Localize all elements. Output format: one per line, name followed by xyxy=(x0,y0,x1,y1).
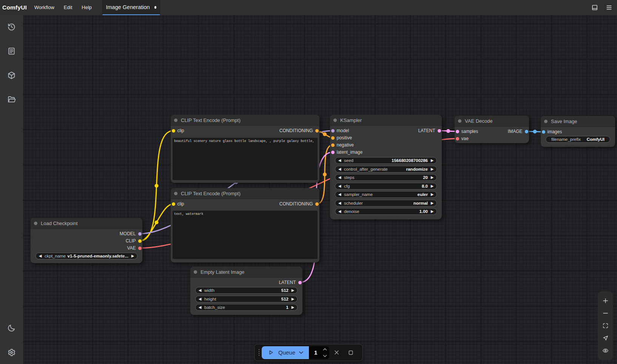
collapse-dot[interactable] xyxy=(174,192,177,195)
settings-gear-icon[interactable] xyxy=(0,343,23,361)
widget-right-arrow-icon[interactable]: ▶ xyxy=(428,191,437,198)
slot-dot[interactable] xyxy=(456,130,459,133)
workflows-folder-icon[interactable] xyxy=(0,90,23,108)
collapse-dot[interactable] xyxy=(194,270,197,274)
batch-steppers[interactable] xyxy=(323,348,327,358)
widget-denoise[interactable]: ◀denoise1.00▶ xyxy=(335,208,437,215)
node-library-icon[interactable] xyxy=(0,42,23,60)
node-header[interactable]: CLIP Text Encode (Prompt) xyxy=(171,115,319,126)
slot-dot[interactable] xyxy=(138,232,142,236)
node-empty-latent-image[interactable]: Empty Latent ImageLATENT◀width512▶◀heigh… xyxy=(190,267,302,315)
model-library-icon[interactable] xyxy=(0,66,23,84)
navigate-arrow-icon[interactable] xyxy=(602,335,609,341)
drag-handle-dots[interactable] xyxy=(256,349,262,356)
node-vae-decode[interactable]: VAE DecodesamplesvaeIMAGE xyxy=(455,116,529,143)
widget-right-arrow-icon[interactable]: ▶ xyxy=(428,174,437,181)
slot-dot[interactable] xyxy=(138,247,142,250)
slot-dot[interactable] xyxy=(438,129,441,133)
widget-right-arrow-icon[interactable]: ▶ xyxy=(428,183,437,190)
widget-width[interactable]: ◀width512▶ xyxy=(195,287,298,294)
slot-dot[interactable] xyxy=(315,129,319,133)
collapse-dot[interactable] xyxy=(333,119,337,122)
history-icon[interactable] xyxy=(0,18,23,36)
widget-left-arrow-icon[interactable]: ◀ xyxy=(196,304,204,311)
slot-dot[interactable] xyxy=(542,130,545,134)
collapse-dot[interactable] xyxy=(544,120,548,123)
widget-left-arrow-icon[interactable]: ◀ xyxy=(335,183,344,190)
widget-steps[interactable]: ◀steps20▶ xyxy=(335,174,437,181)
widget-right-arrow-icon[interactable]: ▶ xyxy=(128,253,137,259)
widget-left-arrow-icon[interactable]: ◀ xyxy=(335,208,344,215)
input-slot-clip[interactable]: clip xyxy=(172,128,184,133)
clear-x-icon[interactable] xyxy=(329,349,344,356)
widget-right-arrow-icon[interactable]: ▶ xyxy=(428,157,437,164)
output-slot-CONDITIONING[interactable]: CONDITIONING xyxy=(279,128,319,133)
node-header[interactable]: Save Image xyxy=(541,116,615,127)
widget-right-arrow-icon[interactable]: ▶ xyxy=(428,200,437,207)
slot-dot[interactable] xyxy=(331,129,335,133)
menu-help[interactable]: Help xyxy=(77,0,97,15)
node-header[interactable]: CLIP Text Encode (Prompt) xyxy=(171,188,319,199)
widget-left-arrow-icon[interactable]: ◀ xyxy=(36,253,45,259)
slot-dot[interactable] xyxy=(172,129,175,133)
output-slot-VAE[interactable]: VAE xyxy=(127,245,141,251)
output-slot-IMAGE[interactable]: IMAGE xyxy=(508,129,528,134)
widget-left-arrow-icon[interactable]: ◀ xyxy=(335,200,344,207)
widget-left-arrow-icon[interactable]: ◀ xyxy=(335,191,344,198)
zoom-in-icon[interactable] xyxy=(602,298,609,304)
slot-dot[interactable] xyxy=(525,130,528,133)
output-slot-CLIP[interactable]: CLIP xyxy=(126,238,142,244)
node-ksampler[interactable]: KSamplermodelpositivenegativelatent_imag… xyxy=(330,115,442,219)
widget-left-arrow-icon[interactable]: ◀ xyxy=(335,166,344,173)
input-slot-negative[interactable]: negative xyxy=(331,142,354,148)
widget-sampler_name[interactable]: ◀sampler_nameeuler▶ xyxy=(335,191,437,198)
menu-edit[interactable]: Edit xyxy=(59,0,77,15)
theme-moon-icon[interactable] xyxy=(0,319,23,337)
batch-count-input[interactable]: 1 xyxy=(309,346,329,359)
widget-height[interactable]: ◀height512▶ xyxy=(195,296,298,302)
workflow-tab[interactable]: Image Generation xyxy=(102,0,160,15)
fit-view-icon[interactable] xyxy=(602,322,609,329)
widget-control_after_generate[interactable]: ◀control_after_generaterandomize▶ xyxy=(335,166,437,173)
slot-dot[interactable] xyxy=(138,239,142,243)
prompt-textarea[interactable]: text, watermark xyxy=(173,211,318,259)
widget-right-arrow-icon[interactable]: ▶ xyxy=(288,296,297,302)
widget-left-arrow-icon[interactable]: ◀ xyxy=(196,296,204,302)
node-header[interactable]: Load Checkpoint xyxy=(31,218,142,229)
widget-batch_size[interactable]: ◀batch_size1▶ xyxy=(195,304,298,311)
input-slot-latent_image[interactable]: latent_image xyxy=(331,150,363,155)
slot-dot[interactable] xyxy=(331,143,335,147)
zoom-out-icon[interactable] xyxy=(602,310,609,316)
input-slot-positive[interactable]: positive xyxy=(331,135,352,140)
widget-filename_prefix[interactable]: filename_prefixComfyUI xyxy=(546,136,610,143)
output-slot-MODEL[interactable]: MODEL xyxy=(120,231,142,236)
widget-ckpt_name[interactable]: ◀ckpt_namev1-5-pruned-emaonly.safete...▶ xyxy=(35,253,137,259)
widget-seed[interactable]: ◀seed156680208700286▶ xyxy=(335,157,437,164)
widget-left-arrow-icon[interactable]: ◀ xyxy=(335,174,344,181)
slot-dot[interactable] xyxy=(172,202,175,206)
toggle-links-eye-icon[interactable] xyxy=(602,347,609,354)
slot-dot[interactable] xyxy=(456,137,459,140)
stop-square-icon[interactable] xyxy=(344,350,358,356)
slot-dot[interactable] xyxy=(331,136,335,140)
node-load-checkpoint[interactable]: Load CheckpointMODELCLIPVAE◀ckpt_namev1-… xyxy=(31,218,142,263)
widget-cfg[interactable]: ◀cfg8.0▶ xyxy=(335,183,437,190)
node-header[interactable]: KSampler xyxy=(330,115,442,126)
node-header[interactable]: VAE Decode xyxy=(455,116,529,126)
node-clip-text-encode-positive[interactable]: CLIP Text Encode (Prompt)clipCONDITIONIN… xyxy=(171,115,319,183)
menu-workflow[interactable]: Workflow xyxy=(29,0,59,15)
slot-dot[interactable] xyxy=(298,281,302,284)
panel-bottom-icon[interactable] xyxy=(591,4,598,11)
graph-canvas[interactable] xyxy=(23,15,617,364)
collapse-dot[interactable] xyxy=(458,119,461,123)
widget-right-arrow-icon[interactable]: ▶ xyxy=(428,208,437,215)
menu-icon[interactable] xyxy=(606,4,612,11)
input-slot-images[interactable]: images xyxy=(542,129,562,134)
node-header[interactable]: Empty Latent Image xyxy=(190,267,302,278)
widget-right-arrow-icon[interactable]: ▶ xyxy=(428,166,437,173)
queue-button[interactable]: Queue xyxy=(262,346,309,359)
widget-scheduler[interactable]: ◀schedulernormal▶ xyxy=(335,200,437,207)
output-slot-LATENT[interactable]: LATENT xyxy=(418,128,441,133)
input-slot-clip[interactable]: clip xyxy=(172,201,184,207)
output-slot-LATENT[interactable]: LATENT xyxy=(279,280,301,285)
